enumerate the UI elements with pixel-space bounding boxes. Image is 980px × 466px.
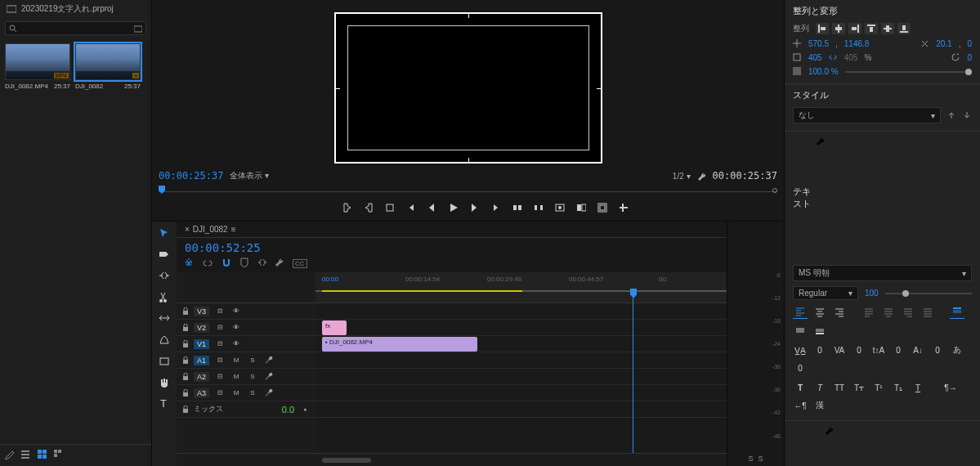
go-in-icon[interactable]	[406, 203, 416, 213]
align-right-icon[interactable]	[832, 306, 847, 319]
graphic-clip[interactable]: fx	[322, 320, 347, 335]
track-a1-header[interactable]: A1⊟MS🎤	[177, 352, 315, 369]
superscript-icon[interactable]: T¹	[871, 381, 886, 394]
monitor-playhead[interactable]	[159, 186, 165, 194]
upload-style-icon[interactable]	[947, 111, 956, 120]
mark-out-icon[interactable]	[364, 203, 374, 213]
tsume-icon[interactable]: あ	[950, 343, 964, 356]
font-select[interactable]: MS 明朝▾	[793, 265, 972, 281]
step-fwd-icon[interactable]	[470, 203, 480, 213]
justify-all-icon[interactable]	[920, 306, 935, 319]
media-thumb[interactable]: MP4 DJI_0082.MP425:37	[5, 43, 70, 90]
cc-icon[interactable]: CC	[293, 259, 307, 268]
link-icon[interactable]	[829, 53, 838, 62]
smallcaps-icon[interactable]: Tᴛ	[852, 381, 866, 394]
search-input[interactable]	[17, 24, 134, 33]
comparison-icon[interactable]	[576, 203, 586, 213]
playhead[interactable]	[630, 289, 637, 298]
top-align-icon[interactable]	[950, 306, 964, 319]
align-top-icon[interactable]	[865, 23, 878, 34]
track-v3-header[interactable]: V3⊟👁	[177, 303, 315, 320]
play-icon[interactable]	[449, 203, 459, 213]
type-tool[interactable]: T	[159, 398, 170, 411]
link-icon[interactable]	[203, 258, 213, 269]
video-clip[interactable]: ▪ DJI_0082.MP4	[322, 337, 477, 352]
monitor-scrubber[interactable]	[152, 183, 784, 198]
opacity-slider[interactable]	[845, 71, 972, 73]
safe-margin-icon[interactable]	[597, 203, 607, 213]
download-style-icon[interactable]	[963, 111, 972, 120]
timeline-zoom-bar[interactable]	[177, 453, 727, 466]
tcy-icon[interactable]: 漢	[812, 399, 827, 412]
marker-icon[interactable]	[239, 258, 248, 269]
style-select[interactable]: なし▾	[793, 107, 941, 123]
justify-right-icon[interactable]	[901, 306, 915, 319]
subscript-icon[interactable]: T₁	[891, 381, 906, 394]
justify-center-icon[interactable]	[881, 306, 896, 319]
zoom-dropdown[interactable]: 1/2 ▾	[673, 172, 691, 181]
icon-view-icon[interactable]	[38, 450, 47, 461]
list-view-icon[interactable]	[21, 450, 31, 461]
wrench-icon[interactable]	[825, 426, 972, 466]
track-content[interactable]: 00:00 00:00:14:54 00:00:29:48 00:00:44:5…	[315, 272, 727, 453]
magnet-icon[interactable]	[221, 258, 230, 269]
middle-align-icon[interactable]	[793, 324, 808, 337]
monitor-video[interactable]	[334, 12, 602, 164]
pen-tool[interactable]	[159, 334, 170, 347]
align-center-v-icon[interactable]	[881, 23, 894, 34]
write-icon[interactable]	[5, 450, 15, 460]
step-back-icon[interactable]	[427, 203, 437, 213]
mark-clip-icon[interactable]	[385, 203, 395, 213]
track-a3-header[interactable]: A3⊟MS🎤	[177, 385, 315, 401]
justify-left-icon[interactable]	[861, 306, 876, 319]
button-editor-icon[interactable]	[619, 203, 629, 213]
monitor-tc-right[interactable]: 00:00:25:37	[713, 170, 777, 181]
pos-x[interactable]: 570.5	[808, 39, 829, 48]
wrench-icon[interactable]	[697, 172, 706, 181]
wrench-icon[interactable]	[816, 137, 972, 259]
media-thumb[interactable]: ≡ DJI_008225:37	[75, 43, 141, 90]
razor-tool[interactable]	[159, 292, 170, 305]
underline-icon[interactable]: T	[911, 381, 925, 394]
sequence-tab[interactable]: × DJI_0082 ≡	[177, 222, 727, 238]
size-slider[interactable]	[885, 293, 972, 294]
timeline-tc[interactable]: 00:00:52:25	[185, 241, 261, 254]
kerning-icon[interactable]: VA	[832, 343, 847, 356]
track-mix-header[interactable]: ミックス0.0⬥	[177, 401, 315, 418]
go-out-icon[interactable]	[491, 203, 501, 213]
align-left-icon[interactable]	[816, 23, 829, 34]
leading-icon[interactable]: t↕A	[871, 343, 886, 356]
align-center-icon[interactable]	[812, 306, 827, 319]
new-bin-icon[interactable]	[134, 25, 142, 33]
allcaps-icon[interactable]: TT	[832, 381, 847, 394]
rtl-icon[interactable]: ←¶	[793, 399, 808, 412]
align-center-h-icon[interactable]	[832, 23, 845, 34]
extract-icon[interactable]	[534, 203, 544, 213]
hand-tool[interactable]	[159, 377, 170, 390]
rectangle-tool[interactable]	[159, 356, 170, 369]
weight-select[interactable]: Regular▾	[793, 286, 858, 300]
pos-y[interactable]: 1146.8	[844, 39, 870, 48]
font-size[interactable]: 100	[865, 289, 879, 298]
lift-icon[interactable]	[512, 203, 522, 213]
italic-icon[interactable]: T	[812, 381, 827, 394]
ripple-tool[interactable]	[159, 271, 170, 284]
monitor-tc-left[interactable]: 00:00:25:37	[159, 170, 223, 181]
wrench-icon[interactable]	[275, 258, 284, 269]
freeform-view-icon[interactable]	[54, 450, 64, 461]
baseline-icon[interactable]: A↓	[911, 343, 925, 356]
snap-icon[interactable]: ※	[185, 258, 195, 269]
time-ruler[interactable]: 00:00 00:00:14:54 00:00:29:48 00:00:44:5…	[315, 272, 727, 303]
align-left-icon[interactable]	[793, 306, 808, 319]
project-search[interactable]	[5, 21, 146, 35]
tracking-icon[interactable]: V̲A̲	[793, 343, 808, 356]
settings-icon[interactable]	[257, 258, 266, 269]
selection-tool[interactable]	[159, 228, 170, 241]
zoom-handle[interactable]	[322, 458, 371, 463]
fit-dropdown[interactable]: 全体表示 ▾	[230, 170, 269, 181]
track-v2-header[interactable]: V2⊟👁	[177, 320, 315, 336]
slip-tool[interactable]	[159, 313, 170, 326]
bold-icon[interactable]: T	[793, 381, 808, 394]
track-v1-header[interactable]: V1⊟👁	[177, 336, 315, 352]
align-right-icon[interactable]	[848, 23, 861, 34]
